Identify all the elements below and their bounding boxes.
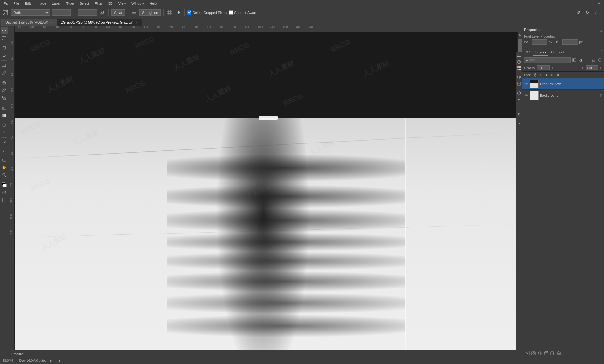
menu-edit[interactable]: Edit bbox=[22, 1, 33, 6]
close-btn[interactable]: ✕ bbox=[598, 2, 600, 5]
tab-3d[interactable]: 3D bbox=[523, 49, 533, 56]
color-icon[interactable] bbox=[516, 59, 522, 64]
learn-icon[interactable]: ? bbox=[516, 121, 522, 126]
smart-filter-icon[interactable] bbox=[597, 58, 602, 63]
straighten-button[interactable]: Straighten bbox=[139, 9, 161, 16]
layer-visibility-background[interactable]: 👁 bbox=[523, 93, 528, 98]
select-rect-tool[interactable] bbox=[1, 35, 8, 42]
shape-filter-icon[interactable] bbox=[591, 58, 596, 63]
foreground-color[interactable] bbox=[1, 181, 8, 188]
styles-icon[interactable] bbox=[516, 81, 522, 86]
menu-3d[interactable]: 3D bbox=[106, 1, 115, 6]
status-info-icon[interactable]: ◀ bbox=[57, 358, 62, 363]
healing-tool[interactable] bbox=[1, 79, 8, 86]
eraser-tool[interactable] bbox=[1, 104, 8, 111]
properties-icon[interactable] bbox=[516, 53, 522, 58]
settings-icon[interactable]: ⚙ bbox=[175, 9, 182, 16]
swap-dimensions-icon[interactable] bbox=[99, 9, 106, 16]
tab-layers[interactable]: Layers bbox=[533, 49, 548, 56]
canvas-content[interactable]: RRCG 人人素材 RRCG 人人素材 RRCG 人人素材 RRCG 人人素材 … bbox=[15, 32, 522, 357]
swatches-icon[interactable] bbox=[516, 66, 522, 71]
adj-filter-icon[interactable]: ◑ bbox=[578, 58, 583, 63]
scroll-up-btn[interactable]: ▲ bbox=[518, 32, 522, 37]
lasso-tool[interactable] bbox=[1, 45, 8, 52]
zoom-tool[interactable] bbox=[1, 172, 8, 179]
delete-cropped-checkbox[interactable]: Delete Cropped Pixels bbox=[187, 10, 227, 15]
screen-mode-btn[interactable] bbox=[1, 197, 8, 203]
type-icon[interactable]: T bbox=[516, 106, 522, 111]
fill-input[interactable] bbox=[586, 65, 598, 70]
minimize-btn[interactable]: ─ bbox=[591, 2, 593, 5]
tab-untitled[interactable]: Untitled-1 @ 25% (RGB/8#) ✕ bbox=[1, 19, 57, 26]
pixel-filter-icon[interactable] bbox=[572, 58, 577, 63]
timeline-bar[interactable]: Timeline bbox=[8, 350, 516, 357]
menu-image[interactable]: Image bbox=[34, 1, 49, 6]
layer-visibility-crop[interactable]: 👁 bbox=[523, 82, 528, 87]
properties-menu-btn[interactable]: ≡ bbox=[600, 29, 602, 33]
tab-close-zgrab[interactable]: ✕ bbox=[135, 21, 138, 24]
tab-channels[interactable]: Channels bbox=[548, 49, 568, 56]
pen-tool[interactable] bbox=[1, 139, 8, 146]
history-icon[interactable] bbox=[516, 90, 522, 95]
h-value-input[interactable] bbox=[562, 39, 578, 45]
crop-top-handle[interactable] bbox=[259, 116, 278, 120]
w-value-input[interactable] bbox=[532, 39, 547, 45]
adjustments-icon[interactable] bbox=[516, 75, 522, 80]
ps-logo[interactable]: Ps bbox=[1, 1, 10, 6]
menu-help[interactable]: Help bbox=[147, 1, 159, 6]
menu-layer[interactable]: Layer bbox=[49, 1, 63, 6]
confirm-crop-icon[interactable]: ✓ bbox=[593, 9, 600, 16]
hand-tool[interactable]: ✋ bbox=[1, 164, 8, 171]
lock-pixels-icon[interactable]: ✏ bbox=[539, 73, 543, 77]
panel-menu-btn[interactable]: ≡ bbox=[601, 49, 603, 56]
height-input[interactable] bbox=[78, 9, 97, 16]
paragraph-icon[interactable]: ¶ bbox=[516, 112, 522, 117]
move-tool[interactable] bbox=[1, 27, 8, 34]
lock-all-icon[interactable]: 🔒 bbox=[556, 73, 560, 77]
opacity-input[interactable] bbox=[537, 65, 550, 70]
menu-type[interactable]: Type bbox=[64, 1, 76, 6]
crop-tool[interactable] bbox=[1, 62, 8, 69]
eyedropper-tool[interactable] bbox=[1, 70, 8, 76]
rotate-cw-icon[interactable]: ↻ bbox=[584, 9, 591, 16]
new-group-icon[interactable] bbox=[544, 351, 549, 356]
layers-icon[interactable] bbox=[130, 9, 137, 16]
fx-icon[interactable]: fx bbox=[524, 351, 530, 355]
menu-view[interactable]: View bbox=[116, 1, 129, 6]
ratio-select[interactable]: Ratio W x H x Resolution Original Ratio bbox=[11, 9, 50, 16]
menu-file[interactable]: File bbox=[11, 1, 22, 6]
content-aware-checkbox[interactable]: Content-Aware bbox=[229, 10, 257, 15]
dodge-tool[interactable] bbox=[1, 129, 8, 136]
width-input[interactable] bbox=[52, 9, 71, 16]
new-layer-icon[interactable] bbox=[550, 351, 555, 356]
status-arrow-icon[interactable]: ▶ bbox=[49, 358, 54, 363]
maximize-btn[interactable]: □ bbox=[595, 2, 596, 5]
actions-icon[interactable]: ▶ bbox=[516, 97, 522, 102]
clear-button[interactable]: Clear bbox=[111, 9, 125, 16]
lock-position-icon[interactable]: ✥ bbox=[544, 73, 549, 77]
add-adjustment-icon[interactable] bbox=[537, 351, 542, 356]
clone-tool[interactable] bbox=[1, 94, 8, 101]
tab-zgrab[interactable]: ZGrab01.PSD @ 58% (Crop Preview, Gray/8#… bbox=[57, 19, 142, 26]
quick-mask-tool[interactable] bbox=[1, 189, 8, 196]
canvas-area[interactable]: 240 280 320 360 400 440 480 520 560 600 … bbox=[8, 26, 522, 357]
menu-window[interactable]: Window bbox=[129, 1, 146, 6]
brush-tool[interactable] bbox=[1, 87, 8, 94]
lock-transparent-icon[interactable] bbox=[533, 73, 537, 77]
menu-filter[interactable]: Filter bbox=[92, 1, 105, 6]
blur-tool[interactable] bbox=[1, 122, 8, 129]
lock-artboard-icon[interactable]: ⊞ bbox=[550, 73, 554, 77]
layer-item-crop[interactable]: 👁 Crop Preview bbox=[522, 78, 604, 90]
gradient-tool[interactable] bbox=[1, 112, 8, 119]
tab-close-untitled[interactable]: ✕ bbox=[50, 21, 53, 24]
magic-wand-tool[interactable] bbox=[1, 52, 8, 59]
menu-select[interactable]: Select bbox=[77, 1, 92, 6]
text-tool[interactable]: T bbox=[1, 147, 8, 154]
shape-tool[interactable] bbox=[1, 156, 8, 163]
delete-layer-icon[interactable] bbox=[556, 351, 561, 356]
rotate-ccw-icon[interactable]: ↺ bbox=[575, 9, 582, 16]
add-mask-icon[interactable] bbox=[531, 351, 536, 356]
layer-item-background[interactable]: 👁 Background bbox=[522, 90, 604, 101]
grid-overlay-icon[interactable] bbox=[166, 9, 173, 16]
type-filter-icon[interactable]: T bbox=[584, 58, 589, 63]
